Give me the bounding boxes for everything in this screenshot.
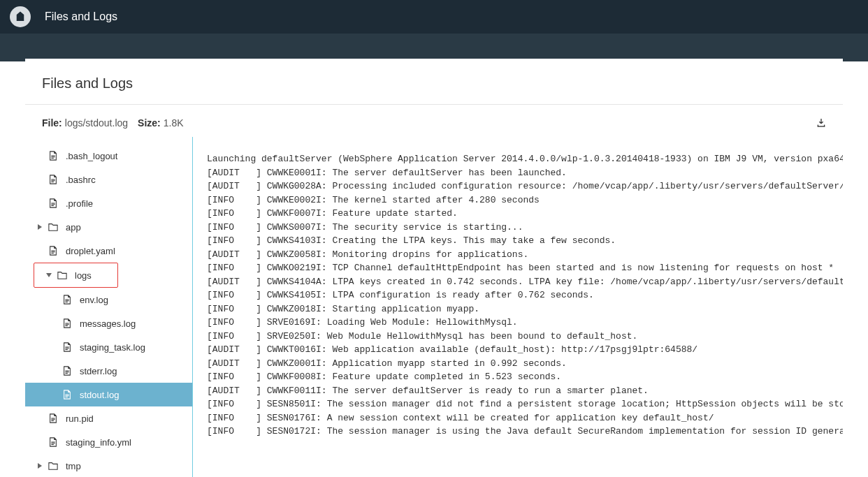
file-icon: [46, 246, 60, 256]
file-icon: [60, 318, 74, 328]
caret-right-icon[interactable]: [36, 463, 43, 469]
tree-file-.profile[interactable]: .profile: [25, 191, 192, 215]
log-output: Launching defaultServer (WebSphere Appli…: [193, 137, 843, 477]
file-icon: [60, 390, 74, 399]
subbar: [0, 34, 868, 61]
file-label: File:: [42, 117, 62, 129]
folder-icon: [55, 270, 69, 280]
svg-marker-12: [38, 224, 42, 230]
tree-folder-tmp[interactable]: tmp: [25, 454, 192, 477]
file-icon: [46, 413, 60, 423]
tree-item-label: env.log: [80, 295, 108, 305]
size-value: 1.8K: [164, 117, 184, 129]
file-icon: [60, 366, 74, 376]
caret-down-icon[interactable]: [45, 272, 52, 278]
page-title: Files and Logs: [25, 59, 843, 105]
tree-file-droplet.yaml[interactable]: droplet.yaml: [25, 239, 192, 263]
svg-marker-38: [38, 463, 42, 469]
content-panel: .bash_logout.bashrc.profileappdroplet.ya…: [25, 137, 843, 477]
svg-rect-1: [818, 125, 818, 127]
tree-file-messages.log[interactable]: messages.log: [25, 311, 192, 335]
tree-item-label: tmp: [66, 461, 81, 471]
tree-file-run.pid[interactable]: run.pid: [25, 406, 192, 430]
file-path: logs/stdout.log: [65, 117, 128, 129]
file-tree: .bash_logout.bashrc.profileappdroplet.ya…: [25, 137, 193, 477]
file-info-row: File: logs/stdout.log Size: 1.8K: [25, 105, 843, 137]
caret-right-icon[interactable]: [36, 224, 43, 230]
file-icon: [46, 198, 60, 208]
file-icon: [60, 342, 74, 352]
tree-file-staging_task.log[interactable]: staging_task.log: [25, 335, 192, 359]
folder-icon: [46, 461, 60, 471]
folder-icon: [46, 222, 60, 232]
tree-file-stdout.log[interactable]: stdout.log: [25, 383, 192, 406]
svg-rect-2: [824, 125, 825, 127]
tree-item-label: app: [66, 222, 81, 233]
highlight-annotation: logs: [34, 263, 118, 288]
svg-marker-16: [46, 273, 52, 277]
topbar: Files and Logs: [0, 0, 868, 34]
tree-item-label: logs: [75, 270, 92, 281]
tree-folder-logs[interactable]: logs: [34, 263, 117, 287]
tree-folder-app[interactable]: app: [25, 215, 192, 239]
tree-file-env.log[interactable]: env.log: [25, 288, 192, 311]
file-icon: [46, 437, 60, 447]
topbar-title: Files and Logs: [45, 10, 117, 23]
tree-item-label: .profile: [66, 198, 93, 209]
main-card: Files and Logs File: logs/stdout.log Siz…: [25, 59, 843, 477]
tree-item-label: staging_task.log: [80, 342, 145, 353]
tree-item-label: stdout.log: [80, 390, 119, 400]
size-label: Size:: [138, 117, 161, 129]
tree-file-staging_info.yml[interactable]: staging_info.yml: [25, 430, 192, 454]
file-icon: [46, 175, 60, 184]
tree-item-label: run.pid: [66, 413, 94, 424]
tree-file-.bashrc[interactable]: .bashrc: [25, 168, 192, 191]
tree-file-stderr.log[interactable]: stderr.log: [25, 359, 192, 383]
tree-item-label: staging_info.yml: [66, 437, 131, 448]
tree-item-label: droplet.yaml: [66, 246, 115, 256]
download-icon[interactable]: [816, 118, 826, 128]
tree-file-.bash_logout[interactable]: .bash_logout: [25, 144, 192, 168]
file-icon: [46, 151, 60, 161]
tree-item-label: stderr.log: [80, 366, 117, 376]
tree-item-label: .bashrc: [66, 175, 96, 185]
app-logo: [10, 6, 31, 27]
tree-item-label: .bash_logout: [66, 151, 117, 161]
svg-rect-0: [818, 126, 825, 126]
file-icon: [60, 295, 74, 304]
tree-item-label: messages.log: [80, 318, 136, 329]
